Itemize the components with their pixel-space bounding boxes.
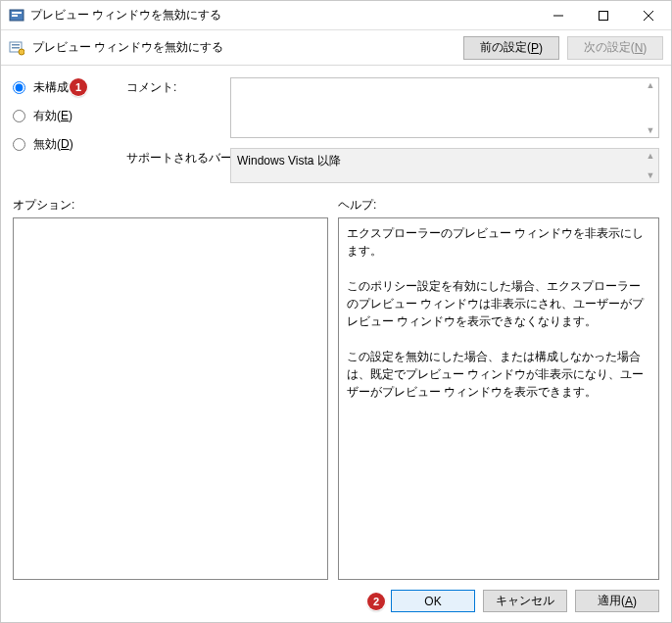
callout-2: 2 [367, 593, 385, 610]
content-area: 未構成 1 有効(E) 無効(D) コメント: サポートされるバージョン: [1, 66, 671, 580]
comment-label: コメント: [126, 79, 224, 140]
close-button[interactable] [626, 1, 671, 29]
radio-not-configured-input[interactable] [13, 81, 25, 94]
field-values: ▲▼ Windows Vista 以降 ▲▼ [230, 77, 659, 183]
comment-field[interactable]: ▲▼ [230, 77, 659, 138]
ok-button[interactable]: OK [391, 590, 475, 612]
callout-1: 1 [70, 78, 87, 96]
svg-rect-4 [600, 11, 608, 20]
supported-field: Windows Vista 以降 ▲▼ [230, 148, 659, 183]
scrollbar[interactable]: ▲▼ [645, 80, 656, 135]
lower-panes [13, 217, 659, 580]
scroll-down-icon[interactable]: ▼ [645, 170, 656, 180]
previous-setting-button[interactable]: 前の設定(P) [463, 36, 559, 60]
scroll-up-icon[interactable]: ▲ [645, 80, 656, 90]
lower-row: オプション: ヘルプ: [13, 197, 659, 580]
radio-enabled-input[interactable] [13, 110, 25, 122]
lower-labels: オプション: ヘルプ: [13, 197, 659, 214]
supported-label: サポートされるバージョン: [126, 150, 224, 167]
svg-rect-9 [12, 47, 20, 49]
button-row: 2 OK キャンセル 適用(A) [1, 580, 671, 622]
radio-disabled-label: 無効(D) [33, 136, 73, 153]
dialog-window: プレビュー ウィンドウを無効にする プレビュー ウィンドウを無効にする 前の設定… [0, 0, 672, 623]
svg-point-10 [19, 49, 24, 55]
scroll-down-icon[interactable]: ▼ [645, 125, 656, 135]
svg-rect-2 [12, 15, 18, 17]
minimize-button[interactable] [536, 1, 581, 29]
policy-header: プレビュー ウィンドウを無効にする 前の設定(P) 次の設定(N) [1, 30, 671, 66]
scrollbar[interactable]: ▲▼ [645, 151, 656, 180]
svg-rect-8 [12, 44, 20, 46]
field-labels: コメント: サポートされるバージョン: [126, 77, 224, 183]
maximize-button[interactable] [581, 1, 626, 29]
upper-row: 未構成 1 有効(E) 無効(D) コメント: サポートされるバージョン: [13, 77, 659, 183]
help-label: ヘルプ: [338, 197, 376, 214]
app-icon [9, 8, 24, 24]
radio-enabled-label: 有効(E) [33, 108, 72, 124]
options-pane[interactable] [13, 217, 328, 580]
svg-rect-1 [12, 12, 22, 14]
apply-button[interactable]: 適用(A) [575, 590, 659, 612]
radio-disabled-input[interactable] [13, 138, 25, 151]
state-radios: 未構成 1 有効(E) 無効(D) [13, 77, 120, 183]
scroll-up-icon[interactable]: ▲ [645, 151, 656, 161]
radio-not-configured-label: 未構成 [33, 79, 69, 96]
next-setting-button: 次の設定(N) [567, 36, 663, 60]
radio-not-configured[interactable]: 未構成 1 [13, 79, 120, 96]
policy-title: プレビュー ウィンドウを無効にする [32, 39, 456, 56]
help-pane[interactable] [338, 217, 659, 580]
titlebar[interactable]: プレビュー ウィンドウを無効にする [1, 1, 671, 30]
window-title: プレビュー ウィンドウを無効にする [30, 7, 536, 24]
window-controls [536, 1, 671, 29]
options-label: オプション: [13, 197, 328, 214]
policy-icon [9, 40, 24, 56]
cancel-button[interactable]: キャンセル [483, 590, 567, 612]
supported-value: Windows Vista 以降 [237, 154, 341, 168]
radio-disabled[interactable]: 無効(D) [13, 136, 120, 153]
radio-enabled[interactable]: 有効(E) [13, 108, 120, 124]
